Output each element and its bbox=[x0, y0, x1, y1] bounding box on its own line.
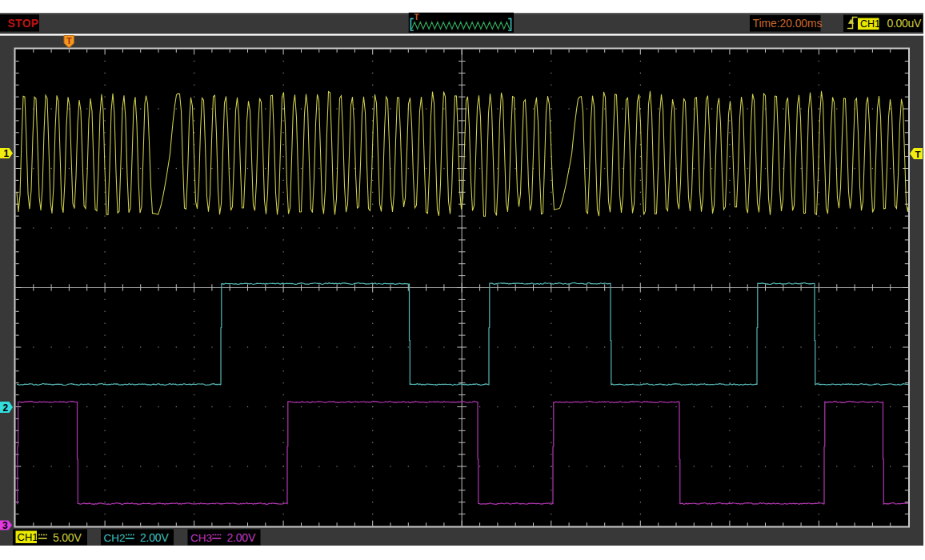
svg-text:CH2: CH2 bbox=[104, 532, 126, 544]
svg-text:CH1: CH1 bbox=[860, 18, 880, 30]
svg-text:CH3: CH3 bbox=[190, 532, 212, 544]
svg-text:0.00uV: 0.00uV bbox=[887, 17, 923, 30]
svg-text:2: 2 bbox=[3, 402, 9, 414]
svg-text:CH1: CH1 bbox=[18, 531, 38, 543]
svg-text:2.00V: 2.00V bbox=[140, 531, 169, 544]
svg-text:2.00V: 2.00V bbox=[227, 531, 256, 544]
svg-text:STOP: STOP bbox=[8, 18, 39, 30]
svg-text:3: 3 bbox=[2, 520, 8, 531]
svg-text:5.00V: 5.00V bbox=[53, 531, 82, 544]
svg-text:T: T bbox=[66, 36, 72, 46]
svg-text:T: T bbox=[915, 150, 921, 159]
svg-text:1: 1 bbox=[4, 148, 10, 159]
svg-text:Time:20.00ms: Time:20.00ms bbox=[753, 18, 823, 30]
svg-text:T: T bbox=[414, 13, 419, 22]
